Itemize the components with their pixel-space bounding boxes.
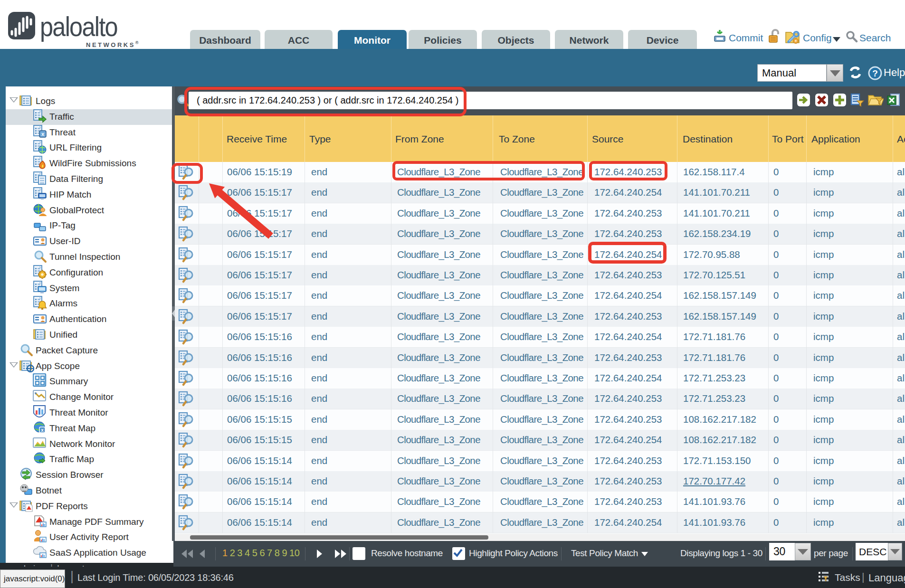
svg-text:x: x bbox=[41, 427, 44, 433]
svg-text:x: x bbox=[41, 131, 45, 137]
svg-text:?: ? bbox=[872, 68, 878, 78]
